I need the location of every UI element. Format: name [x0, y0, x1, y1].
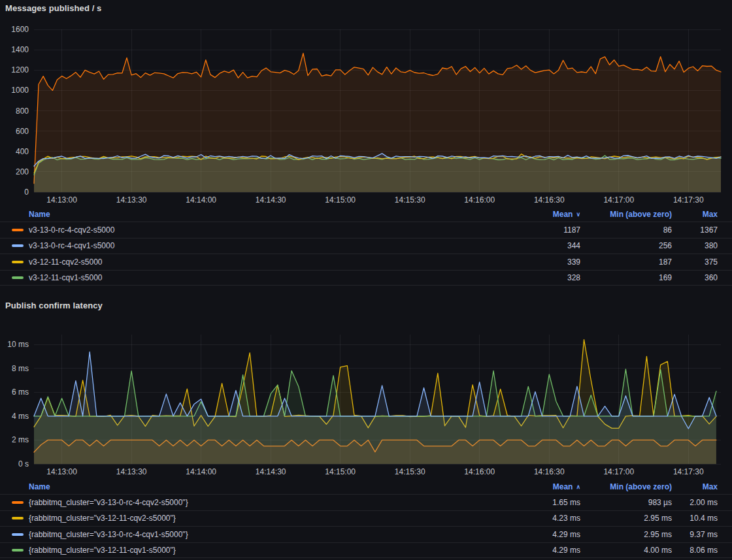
- max-value: 2.00 ms: [672, 498, 718, 507]
- legend-row: v3-13-0-rc-4-cqv1-s5000344256380: [0, 238, 732, 254]
- series-color-swatch-icon: [12, 229, 24, 231]
- legend-header-row: Name Mean∧ Min (above zero) Max: [0, 479, 732, 494]
- mean-value: 339: [482, 257, 580, 267]
- series-color-swatch-icon: [12, 501, 24, 504]
- mean-value: 328: [482, 273, 580, 282]
- sort-asc-caret-icon: ∧: [576, 484, 580, 490]
- series-name[interactable]: {rabbitmq_cluster="v3-12-11-cqv2-s5000"}: [29, 514, 176, 523]
- legend-col-min[interactable]: Min (above zero): [580, 482, 672, 491]
- x-axis-tick-label: 14:17:30: [673, 195, 704, 205]
- legend-col-name[interactable]: Name: [29, 482, 50, 491]
- series-name[interactable]: {rabbitmq_cluster="v3-13-0-rc-4-cqv2-s50…: [29, 498, 188, 507]
- min-value: 187: [580, 257, 672, 267]
- legend-row: {rabbitmq_cluster="v3-13-0-rc-4-cqv1-s50…: [0, 526, 732, 542]
- y-axis-tick-label: 8 ms: [12, 364, 29, 373]
- min-value: 256: [580, 241, 672, 250]
- y-axis-tick-label: 4 ms: [12, 412, 29, 421]
- series-color-swatch-icon: [12, 276, 24, 279]
- x-axis-tick-label: 14:16:00: [464, 195, 495, 205]
- x-axis-tick-label: 14:17:00: [603, 195, 634, 205]
- mean-value: 1187: [482, 225, 580, 235]
- series-color-swatch-icon: [12, 533, 24, 536]
- series-name[interactable]: v3-12-11-cqv1-s5000: [29, 273, 103, 282]
- mean-value: 4.29 ms: [482, 530, 580, 539]
- max-value: 1367: [672, 225, 718, 235]
- x-axis-tick-label: 14:15:00: [325, 195, 356, 205]
- min-value: 4.00 ms: [580, 546, 672, 555]
- x-axis-tick-label: 14:13:00: [46, 467, 77, 476]
- x-axis-tick-label: 14:15:30: [395, 195, 425, 205]
- legend-row: {rabbitmq_cluster="v3-12-11-cqv2-s5000"}…: [0, 510, 732, 527]
- series-color-swatch-icon: [12, 517, 24, 519]
- messages-published-legend: Name Mean∨ Min (above zero) Max v3-13-0-…: [0, 206, 732, 286]
- y-axis-tick-label: 200: [16, 167, 29, 176]
- series-color-swatch-icon: [12, 549, 24, 552]
- min-value: 86: [580, 225, 672, 235]
- panel-title-messages-published[interactable]: Messages published / s: [5, 3, 101, 13]
- y-axis-tick-label: 2 ms: [12, 435, 29, 444]
- publish-confirm-latency-chart-canvas[interactable]: 0 s2 ms4 ms6 ms8 ms10 ms14:13:0014:13:30…: [0, 325, 732, 477]
- y-axis-tick-label: 800: [16, 107, 29, 116]
- series-name[interactable]: v3-12-11-cqv2-s5000: [29, 257, 103, 267]
- x-axis-tick-label: 14:15:00: [325, 467, 356, 476]
- series-name[interactable]: v3-13-0-rc-4-cqv1-s5000: [29, 241, 114, 250]
- y-axis-tick-label: 1400: [11, 45, 29, 54]
- y-axis-tick-label: 400: [16, 147, 29, 156]
- x-axis-tick-label: 14:15:30: [395, 467, 425, 476]
- legend-row: v3-12-11-cqv2-s5000339187375: [0, 254, 732, 270]
- messages-published-chart-canvas[interactable]: 0200400600800100012001400160014:13:0014:…: [0, 24, 732, 206]
- panel-title-publish-confirm-latency[interactable]: Publish confirm latency: [5, 301, 103, 310]
- min-value: 2.95 ms: [580, 514, 672, 523]
- x-axis-tick-label: 14:13:00: [46, 195, 77, 205]
- y-axis-tick-label: 1200: [11, 65, 29, 74]
- legend-row: v3-12-11-cqv1-s5000328169360: [0, 270, 732, 286]
- max-value: 9.37 ms: [672, 530, 718, 539]
- legend-col-mean[interactable]: Mean∧: [482, 482, 580, 491]
- max-value: 10.4 ms: [672, 514, 718, 523]
- legend-col-max[interactable]: Max: [672, 210, 718, 219]
- series-area-fill: [34, 154, 721, 192]
- legend-header-row: Name Mean∨ Min (above zero) Max: [0, 206, 732, 222]
- x-axis-tick-label: 14:14:00: [186, 467, 216, 476]
- max-value: 360: [672, 273, 718, 282]
- max-value: 8.06 ms: [672, 546, 718, 555]
- series-color-swatch-icon: [12, 244, 24, 247]
- x-axis-tick-label: 14:16:30: [534, 195, 565, 205]
- series-color-swatch-icon: [12, 261, 24, 263]
- x-axis-tick-label: 14:14:30: [256, 467, 286, 476]
- mean-value: 4.29 ms: [482, 546, 580, 555]
- y-axis-tick-label: 0 s: [18, 459, 29, 469]
- legend-col-min[interactable]: Min (above zero): [580, 210, 672, 219]
- x-axis-tick-label: 14:16:00: [464, 467, 495, 476]
- legend-col-max[interactable]: Max: [672, 482, 718, 491]
- series-name[interactable]: v3-13-0-rc-4-cqv2-s5000: [29, 225, 114, 235]
- mean-value: 1.65 ms: [482, 498, 580, 507]
- series-name[interactable]: {rabbitmq_cluster="v3-13-0-rc-4-cqv1-s50…: [29, 530, 188, 539]
- x-axis-tick-label: 14:13:30: [116, 467, 147, 476]
- y-axis-tick-label: 10 ms: [7, 340, 29, 349]
- y-axis-tick-label: 6 ms: [12, 387, 29, 397]
- x-axis-tick-label: 14:14:00: [186, 195, 216, 205]
- min-value: 169: [580, 273, 672, 282]
- max-value: 375: [672, 257, 718, 267]
- x-axis-tick-label: 14:17:30: [673, 467, 704, 476]
- publish-confirm-latency-legend: Name Mean∧ Min (above zero) Max {rabbitm…: [0, 479, 732, 558]
- x-axis-tick-label: 14:16:30: [534, 467, 565, 476]
- legend-col-mean[interactable]: Mean∨: [482, 210, 580, 219]
- sort-desc-caret-icon: ∨: [576, 211, 580, 218]
- y-axis-tick-label: 1600: [11, 25, 29, 34]
- legend-row: {rabbitmq_cluster="v3-13-0-rc-4-cqv2-s50…: [0, 494, 732, 510]
- y-axis-tick-label: 600: [16, 127, 29, 136]
- legend-col-name[interactable]: Name: [29, 210, 50, 219]
- x-axis-tick-label: 14:17:00: [603, 467, 634, 476]
- x-axis-tick-label: 14:14:30: [256, 195, 286, 205]
- y-axis-tick-label: 0: [24, 188, 29, 197]
- max-value: 380: [672, 241, 718, 250]
- grafana-dashboard: Messages published / s 02004006008001000…: [0, 0, 732, 560]
- y-axis-tick-label: 1000: [11, 86, 29, 95]
- series-name[interactable]: {rabbitmq_cluster="v3-12-11-cqv1-s5000"}: [29, 546, 176, 555]
- x-axis-tick-label: 14:13:30: [116, 195, 147, 205]
- legend-row: v3-13-0-rc-4-cqv2-s50001187861367: [0, 222, 732, 238]
- legend-row: {rabbitmq_cluster="v3-12-11-cqv1-s5000"}…: [0, 542, 732, 559]
- mean-value: 4.23 ms: [482, 514, 580, 523]
